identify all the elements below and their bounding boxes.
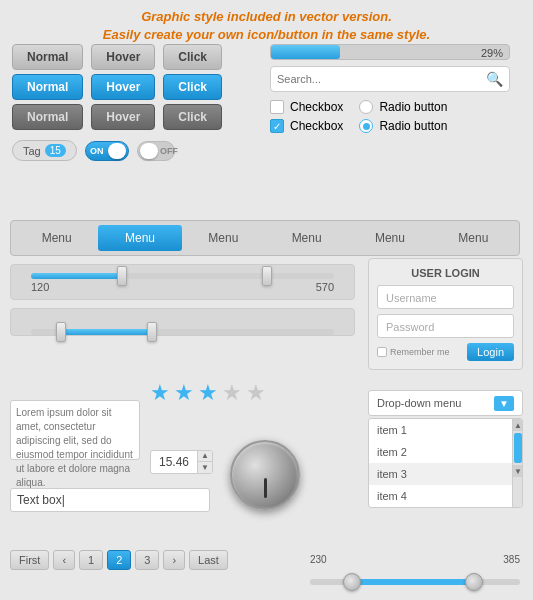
remember-me: Remember me [377,347,450,357]
radio-group: Radio button Radio button [359,100,447,138]
star-4[interactable]: ★ [222,380,242,406]
menu-tab-4[interactable]: Menu [265,225,348,251]
radio-row-2: Radio button [359,119,447,133]
hover-btn-gray[interactable]: Hover [91,44,155,70]
dropdown-arrow-icon: ▼ [494,396,514,411]
buttons-section: Normal Hover Click Normal Hover Click No… [0,40,260,165]
checkbox-row-2: ✓ Checkbox [270,119,343,133]
tag-toggle-row: Tag 15 ON OFF [12,140,248,161]
radio-label-1: Radio button [379,100,447,114]
star-5[interactable]: ★ [246,380,266,406]
click-btn-dark[interactable]: Click [163,104,222,130]
dropdown-item-1[interactable]: item 1 [369,419,522,441]
dropdown-scrollbar[interactable]: ▲ ▼ [512,419,522,507]
knob[interactable] [230,440,300,510]
username-field[interactable]: Username [377,285,514,309]
page-next-btn[interactable]: › [163,550,185,570]
page-3-btn[interactable]: 3 [135,550,159,570]
checkbox-1[interactable] [270,100,284,114]
search-box: 🔍 [270,66,510,92]
page-prev-btn[interactable]: ‹ [53,550,75,570]
scrollbar-thumb[interactable] [514,433,522,463]
slider-value-2: 570 [316,281,334,293]
slider-track-1 [31,273,334,279]
pagination: First ‹ 1 2 3 › Last [10,550,228,570]
normal-btn-dark[interactable]: Normal [12,104,83,130]
menu-tab-5[interactable]: Menu [348,225,431,251]
normal-btn-blue[interactable]: Normal [12,74,83,100]
login-title: USER LOGIN [377,267,514,279]
scrollbar-up-arrow[interactable]: ▲ [513,419,523,431]
checkbox-row-1: Checkbox [270,100,343,114]
toggle-off[interactable]: OFF [137,141,175,161]
progress-bar-fill [271,45,340,59]
toggle-on-label: ON [90,146,104,156]
dropdown-item-4[interactable]: item 4 [369,485,522,507]
tag-pill[interactable]: Tag 15 [12,140,77,161]
stars-section: ★ ★ ★ ★ ★ [150,380,266,406]
menu-tabs: Menu Menu Menu Menu Menu Menu [10,220,520,256]
normal-btn-gray[interactable]: Normal [12,44,83,70]
radio-2[interactable] [359,119,373,133]
tag-label: Tag [23,145,41,157]
bottom-range-track [310,579,520,585]
bottom-thumb-1[interactable] [343,573,361,591]
number-up-arrow[interactable]: ▲ [198,450,212,462]
page-1-btn[interactable]: 1 [79,550,103,570]
scrollbar-down-arrow[interactable]: ▼ [513,465,523,477]
page-first-btn[interactable]: First [10,550,49,570]
dropdown-button[interactable]: Drop-down menu ▼ [368,390,523,416]
dropdown-item-3[interactable]: item 3 [369,463,522,485]
slider-labels: 120 570 [31,281,334,293]
menu-tab-3[interactable]: Menu [182,225,265,251]
toggle-knob [108,143,126,159]
hover-btn-dark[interactable]: Hover [91,104,155,130]
dropdown-item-2[interactable]: item 2 [369,441,522,463]
star-3[interactable]: ★ [198,380,218,406]
progress-percent: 29% [481,45,503,61]
click-btn-gray[interactable]: Click [163,44,222,70]
slider-thumb-2[interactable] [262,266,272,286]
number-value: 15.46 [151,455,197,469]
menu-tab-6[interactable]: Menu [432,225,515,251]
checkbox-label-2: Checkbox [290,119,343,133]
number-arrows: ▲ ▼ [197,450,212,474]
radio-row-1: Radio button [359,100,447,114]
bottom-slider: 230 385 [310,552,520,585]
toggle-off-knob [140,143,158,159]
btn-row-3: Normal Hover Click [12,104,248,130]
slider-fill-1 [31,273,122,279]
btn-row-1: Normal Hover Click [12,44,248,70]
password-field[interactable]: Password [377,314,514,338]
textbox-input[interactable] [10,488,210,512]
radio-1[interactable] [359,100,373,114]
toggle-on[interactable]: ON [85,141,129,161]
slider-thumb-1[interactable] [117,266,127,286]
range-thumb-2[interactable] [147,322,157,342]
click-btn-blue[interactable]: Click [163,74,222,100]
bottom-slider-label-2: 385 [503,554,520,565]
progress-bar-container: 29% [270,44,510,60]
login-footer: Remember me Login [377,343,514,361]
textarea-box: Lorem ipsum dolor sit amet, consectetur … [10,400,140,460]
menu-tab-1[interactable]: Menu [15,225,98,251]
checkbox-2[interactable]: ✓ [270,119,284,133]
menu-tab-2[interactable]: Menu [98,225,181,251]
hover-btn-blue[interactable]: Hover [91,74,155,100]
star-1[interactable]: ★ [150,380,170,406]
remember-checkbox[interactable] [377,347,387,357]
bottom-range-fill [352,579,478,585]
bottom-slider-labels: 230 385 [310,554,520,565]
login-button[interactable]: Login [467,343,514,361]
range-thumb-1[interactable] [56,322,66,342]
right-section: 29% 🔍 Checkbox ✓ Checkbox Radio button [260,40,520,142]
number-down-arrow[interactable]: ▼ [198,462,212,474]
search-input[interactable] [277,73,486,85]
page-last-btn[interactable]: Last [189,550,228,570]
btn-row-2: Normal Hover Click [12,74,248,100]
radio-dot [363,123,370,130]
star-2[interactable]: ★ [174,380,194,406]
bottom-thumb-2[interactable] [465,573,483,591]
page-2-btn[interactable]: 2 [107,550,131,570]
number-input[interactable]: 15.46 ▲ ▼ [150,450,213,474]
